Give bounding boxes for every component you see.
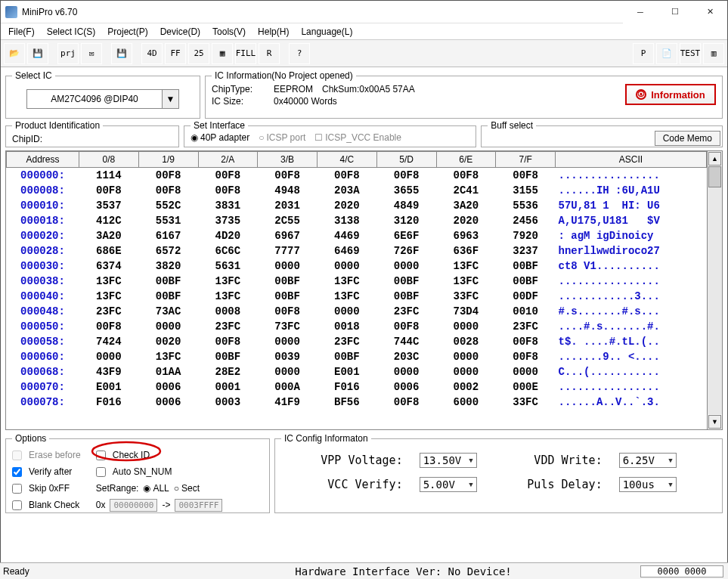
maximize-button[interactable]: ☐ bbox=[658, 1, 692, 23]
hex-cell[interactable]: 00F8 bbox=[79, 319, 139, 334]
hex-cell[interactable]: 73AC bbox=[138, 304, 198, 319]
hex-header[interactable]: 6/E bbox=[436, 152, 496, 168]
hex-cell[interactable]: 0000 bbox=[258, 364, 318, 379]
hex-row[interactable]: 000060:000013FC00BF003900BF203C000000F8.… bbox=[7, 349, 707, 364]
hex-cell[interactable]: 2031 bbox=[258, 198, 318, 213]
open-icon[interactable]: 📂 bbox=[4, 43, 25, 64]
radio-setrange-sect[interactable]: ○ Sect bbox=[174, 483, 200, 494]
hex-cell[interactable]: 43F9 bbox=[79, 364, 139, 379]
hex-cell[interactable]: 6374 bbox=[79, 259, 139, 274]
hex-row[interactable]: 000000:111400F800F800F800F800F800F800F8.… bbox=[7, 168, 707, 184]
ff-icon[interactable]: FF bbox=[165, 43, 186, 64]
hex-cell[interactable]: 00BF bbox=[496, 259, 556, 274]
hex-cell[interactable]: 6572 bbox=[138, 243, 198, 259]
hex-header[interactable]: 1/9 bbox=[138, 152, 198, 168]
hex-cell[interactable]: 000E bbox=[496, 379, 556, 395]
hex-cell[interactable]: 00F8 bbox=[198, 183, 258, 198]
hex-cell[interactable]: 00BF bbox=[496, 274, 556, 289]
hex-header[interactable]: 0/8 bbox=[79, 152, 139, 168]
range-to-input[interactable]: 0003FFFF bbox=[175, 499, 222, 512]
puls-select[interactable]: 100us▼ bbox=[619, 477, 677, 492]
chip-icon[interactable]: ▥ bbox=[703, 43, 724, 64]
hex-cell[interactable]: 0000 bbox=[436, 319, 496, 334]
hex-cell[interactable]: 744C bbox=[376, 334, 436, 349]
hex-table[interactable]: Address0/81/92/A3/B4/C5/D6/E7/FASCII 000… bbox=[6, 151, 707, 410]
hex-cell[interactable]: 0006 bbox=[138, 379, 198, 395]
hex-cell[interactable]: 3655 bbox=[376, 183, 436, 198]
hex-cell[interactable]: 2456 bbox=[496, 213, 556, 228]
hex-cell[interactable]: 3735 bbox=[198, 213, 258, 228]
scroll-track[interactable] bbox=[708, 166, 722, 414]
p-chip-icon[interactable]: P bbox=[633, 43, 654, 64]
menu-file[interactable]: File(F) bbox=[4, 25, 39, 39]
hex-cell[interactable]: 00BF bbox=[138, 289, 198, 304]
menu-tools[interactable]: Tools(V) bbox=[208, 25, 250, 39]
hex-cell[interactable]: 00F8 bbox=[376, 168, 436, 184]
hex-row[interactable]: 000040:13FC00BF13FC00BF13FC00BF33FC00DF.… bbox=[7, 289, 707, 304]
help-icon[interactable]: ? bbox=[289, 43, 310, 64]
hex-cell[interactable]: 0006 bbox=[376, 379, 436, 395]
chk-verify-after[interactable] bbox=[12, 467, 22, 477]
hex-cell[interactable]: 203A bbox=[318, 183, 377, 198]
hex-cell[interactable]: 13FC bbox=[318, 289, 377, 304]
chk-auto-sn[interactable] bbox=[96, 467, 106, 477]
hex-cell[interactable]: 0000 bbox=[318, 259, 377, 274]
hex-cell[interactable]: 4469 bbox=[318, 228, 377, 243]
hex-cell[interactable]: 00BF bbox=[198, 349, 258, 364]
hex-row[interactable]: 000010:3537552C38312031202048493A2055365… bbox=[7, 198, 707, 213]
hex-row[interactable]: 000050:00F8000023FC73FC001800F8000023FC.… bbox=[7, 319, 707, 334]
search-4d-icon[interactable]: 4D bbox=[141, 43, 163, 64]
hex-cell[interactable]: 726F bbox=[376, 243, 436, 259]
hex-cell[interactable]: 2C41 bbox=[436, 183, 496, 198]
radio-40p-adapter[interactable]: ◉40P adapter bbox=[191, 132, 249, 143]
hex-cell[interactable]: 33FC bbox=[496, 395, 556, 410]
hex-cell[interactable]: 0020 bbox=[138, 334, 198, 349]
menu-help[interactable]: Help(H) bbox=[253, 25, 293, 39]
hex-cell[interactable]: 636F bbox=[436, 243, 496, 259]
hex-cell[interactable]: 3138 bbox=[318, 213, 377, 228]
ic-dropdown-button[interactable]: ▼ bbox=[163, 89, 179, 109]
hex-cell[interactable]: 203C bbox=[376, 349, 436, 364]
hex-cell[interactable]: 0006 bbox=[138, 395, 198, 410]
hex-row[interactable]: 000078:F0160006000341F9BF5600F8600033FC.… bbox=[7, 395, 707, 410]
minimize-button[interactable]: ─ bbox=[623, 1, 658, 23]
hex-cell[interactable]: 5631 bbox=[198, 259, 258, 274]
close-button[interactable]: ✕ bbox=[692, 1, 727, 23]
hex-cell[interactable]: 00F8 bbox=[138, 168, 198, 184]
hex-header[interactable]: Address bbox=[7, 152, 79, 168]
hex-cell[interactable]: 73D4 bbox=[436, 304, 496, 319]
hex-cell[interactable]: 0003 bbox=[198, 395, 258, 410]
hex-cell[interactable]: 00BF bbox=[138, 274, 198, 289]
hex-header[interactable]: 2/A bbox=[198, 152, 258, 168]
hex-cell[interactable]: 2020 bbox=[318, 198, 377, 213]
hex-cell[interactable]: 412C bbox=[79, 213, 139, 228]
chk-check-id[interactable] bbox=[96, 451, 106, 460]
hex-cell[interactable]: 00F8 bbox=[79, 183, 139, 198]
hex-cell[interactable]: 3A20 bbox=[436, 198, 496, 213]
hex-cell[interactable]: 7777 bbox=[258, 243, 318, 259]
hex-row[interactable]: 000038:13FC00BF13FC00BF13FC00BF13FC00BF.… bbox=[7, 274, 707, 289]
hex-cell[interactable]: 3120 bbox=[376, 213, 436, 228]
hex-cell[interactable]: 00F8 bbox=[376, 319, 436, 334]
vcc-select[interactable]: 5.00V▼ bbox=[420, 477, 477, 492]
hex-cell[interactable]: 0001 bbox=[198, 379, 258, 395]
box-icon[interactable]: ▦ bbox=[212, 43, 233, 64]
information-button[interactable]: ⦿ Information bbox=[625, 84, 716, 105]
hex-row[interactable]: 000028:686E65726C6C77776469726F636F3237h… bbox=[7, 243, 707, 259]
hex-cell[interactable]: 0002 bbox=[436, 379, 496, 395]
hex-cell[interactable]: 6963 bbox=[436, 228, 496, 243]
hex-cell[interactable]: 0039 bbox=[258, 349, 318, 364]
hex-cell[interactable]: F016 bbox=[79, 395, 139, 410]
save-project-icon[interactable]: ✉ bbox=[81, 43, 102, 64]
vpp-select[interactable]: 13.50V▼ bbox=[420, 453, 477, 468]
hex-cell[interactable]: 13FC bbox=[436, 259, 496, 274]
hex-row[interactable]: 000068:43F901AA28E20000E001000000000000C… bbox=[7, 364, 707, 379]
hex-cell[interactable]: 0000 bbox=[436, 349, 496, 364]
hex-cell[interactable]: 13FC bbox=[318, 274, 377, 289]
hex-cell[interactable]: 7424 bbox=[79, 334, 139, 349]
hex-cell[interactable]: E001 bbox=[318, 364, 377, 379]
chk-blank-check[interactable] bbox=[12, 500, 22, 510]
hex-row[interactable]: 000030:63743820563100000000000013FC00BFc… bbox=[7, 259, 707, 274]
save-icon[interactable]: 💾 bbox=[27, 43, 48, 64]
open-project-icon[interactable]: prj bbox=[57, 43, 79, 64]
